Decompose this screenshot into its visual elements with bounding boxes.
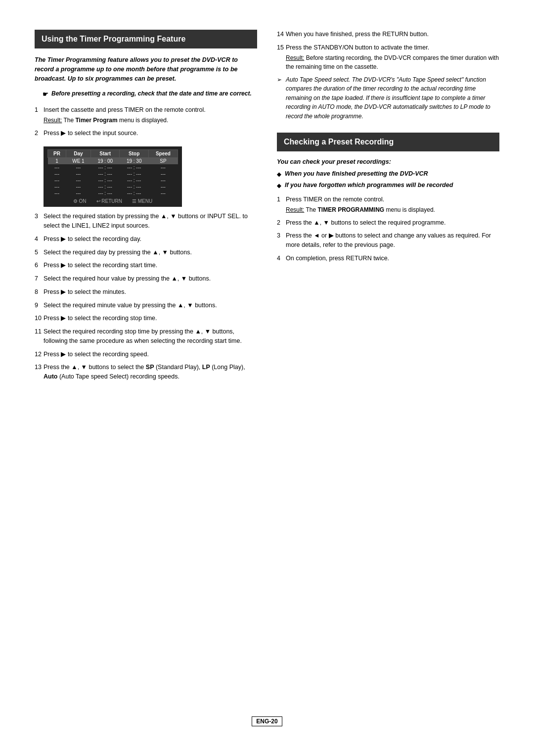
cell-speed-1: SP [148, 158, 178, 165]
right-steps-14-15: When you have finished, press the RETURN… [277, 30, 499, 71]
cell-pr-2: --- [48, 164, 66, 171]
checking-step-3-text: Press the ◄ or ▶ buttons to select and c… [286, 232, 491, 248]
th-pr: PR [48, 150, 66, 158]
cell-speed-4: --- [148, 177, 178, 184]
table-row-6: --- --- --- : --- --- : --- --- [48, 190, 178, 196]
check-bullet-1-text: When you have finished presetting the DV… [285, 170, 428, 177]
result-label: Result: [44, 117, 62, 124]
table-row-2: --- --- --- : --- --- : --- --- [48, 164, 178, 171]
checking-step-3: Press the ◄ or ▶ buttons to select and c… [277, 231, 499, 250]
icon-return: ↩ RETURN [96, 198, 122, 204]
checking-step-1-result: Result: The TIMER PROGRAMMING menu is di… [286, 205, 499, 214]
cell-day-5: --- [66, 184, 90, 190]
presetting-note: Before presetting a recording, check tha… [35, 89, 257, 99]
step-12: Press ▶ to select the recording speed. [35, 350, 257, 359]
step-15-text: Press the STANDBY/ON button to activate … [286, 44, 429, 51]
steps-list-2: Select the required station by pressing … [35, 212, 257, 381]
intro-text: The Timer Programming feature allows you… [35, 56, 238, 82]
step-5-text: Select the required day by pressing the … [44, 249, 192, 256]
step-12-text: Press ▶ to select the recording speed. [44, 351, 149, 358]
step-6: Press ▶ to select the recording start ti… [35, 261, 257, 270]
checking-section: Checking a Preset Recording You can chec… [277, 133, 499, 263]
step-11: Select the required recording stop time … [35, 327, 257, 346]
step-9-text: Select the required minute value by pres… [44, 302, 217, 309]
cell-pr-3: --- [48, 171, 66, 177]
step-1-text: Insert the cassette and press TIMER on t… [44, 106, 206, 113]
step-1: Insert the cassette and press TIMER on t… [35, 105, 257, 125]
step-14-text: When you have finished, press the RETURN… [286, 31, 429, 38]
th-stop: Stop [120, 150, 148, 158]
step-7-text: Select the required hour value by pressi… [44, 275, 211, 282]
cell-stop-1: 19 : 30 [120, 158, 148, 165]
step-15-result-text: Before starting recording, the DVD-VCR c… [286, 54, 499, 70]
checking-result-label: Result: [286, 206, 304, 213]
step-5: Select the required day by pressing the … [35, 248, 257, 257]
step-3-text: Select the required station by pressing … [44, 213, 248, 229]
table-row-5: --- --- --- : --- --- : --- --- [48, 184, 178, 190]
note-text: Before presetting a recording, check tha… [51, 89, 252, 98]
checking-step-2-text: Press the ▲, ▼ buttons to select the req… [286, 219, 446, 226]
left-section-title: Using the Timer Programming Feature [42, 35, 185, 43]
step-11-text: Select the required recording stop time … [44, 328, 242, 344]
cell-pr-4: --- [48, 177, 66, 184]
cell-stop-5: --- : --- [120, 184, 148, 190]
check-bullets-list: When you have finished presetting the DV… [277, 169, 499, 190]
step-1-result: Result: The Timer Program menu is displa… [44, 116, 257, 125]
you-can-check-text: You can check your preset recordings: [277, 158, 391, 165]
cell-pr-5: --- [48, 184, 66, 190]
table-row-3: --- --- --- : --- --- : --- --- [48, 171, 178, 177]
cell-day-3: --- [66, 171, 90, 177]
icon-menu: ☰ MENU [132, 198, 152, 204]
intro-paragraph: The Timer Programming feature allows you… [35, 55, 257, 83]
auto-tape-note: Auto Tape Speed select. The DVD-VCR's "A… [277, 75, 499, 121]
step-6-text: Press ▶ to select the recording start ti… [44, 262, 157, 269]
cell-start-1: 19 : 00 [90, 158, 119, 165]
step-9: Select the required minute value by pres… [35, 301, 257, 310]
cell-day-6: --- [66, 190, 90, 196]
step-14: When you have finished, press the RETURN… [277, 30, 499, 39]
timer-table: PR Day Start Stop Speed 1 WE 1 19 : 00 [47, 149, 178, 196]
checking-steps: Press TIMER on the remote control. Resul… [277, 195, 499, 263]
cell-stop-4: --- : --- [120, 177, 148, 184]
check-bullet-2: If you have forgotten which programmes w… [277, 181, 499, 190]
th-speed: Speed [148, 150, 178, 158]
cell-pr-1: 1 [48, 158, 66, 165]
cell-pr-6: --- [48, 190, 66, 196]
cell-start-5: --- : --- [90, 184, 119, 190]
step-2-text: Press ▶ to select the input source. [44, 130, 138, 137]
cell-speed-5: --- [148, 184, 178, 190]
cell-stop-3: --- : --- [120, 171, 148, 177]
cell-stop-6: --- : --- [120, 190, 148, 196]
check-bullet-1: When you have finished presetting the DV… [277, 169, 499, 179]
table-header-row: PR Day Start Stop Speed [48, 150, 178, 158]
cell-start-2: --- : --- [90, 164, 119, 171]
step-13: Press the ▲, ▼ buttons to select the SP … [35, 363, 257, 381]
step-10: Press ▶ to select the recording stop tim… [35, 314, 257, 323]
step-8: Press ▶ to select the minutes. [35, 287, 257, 297]
step-15: Press the STANDBY/ON button to activate … [277, 43, 499, 71]
cell-start-3: --- : --- [90, 171, 119, 177]
th-day: Day [66, 150, 90, 158]
left-column: Using the Timer Programming Feature The … [35, 30, 257, 677]
page-number: ENG-20 [252, 716, 282, 726]
checking-step-2: Press the ▲, ▼ buttons to select the req… [277, 218, 499, 228]
cell-speed-2: --- [148, 164, 178, 171]
left-section-header: Using the Timer Programming Feature [35, 30, 257, 48]
cell-speed-3: --- [148, 171, 178, 177]
right-column: When you have finished, press the RETURN… [277, 30, 499, 677]
checking-step-4-text: On completion, press RETURN twice. [286, 255, 389, 262]
checking-step-4: On completion, press RETURN twice. [277, 254, 499, 263]
icon-bar: ⚙ ON ↩ RETURN ☰ MENU [47, 198, 178, 204]
step-4: Press ▶ to select the recording day. [35, 235, 257, 244]
checking-step-1: Press TIMER on the remote control. Resul… [277, 195, 499, 214]
icon-on: ⚙ ON [73, 198, 87, 204]
step-13-text: Press the ▲, ▼ buttons to select the SP … [44, 364, 245, 380]
cell-start-6: --- : --- [90, 190, 119, 196]
cell-day-4: --- [66, 177, 90, 184]
cell-start-4: --- : --- [90, 177, 119, 184]
steps-list: Insert the cassette and press TIMER on t… [35, 105, 257, 138]
step-2: Press ▶ to select the input source. [35, 129, 257, 138]
checking-section-header: Checking a Preset Recording [277, 133, 499, 151]
result-label-15: Result: [286, 54, 304, 61]
th-start: Start [90, 150, 119, 158]
